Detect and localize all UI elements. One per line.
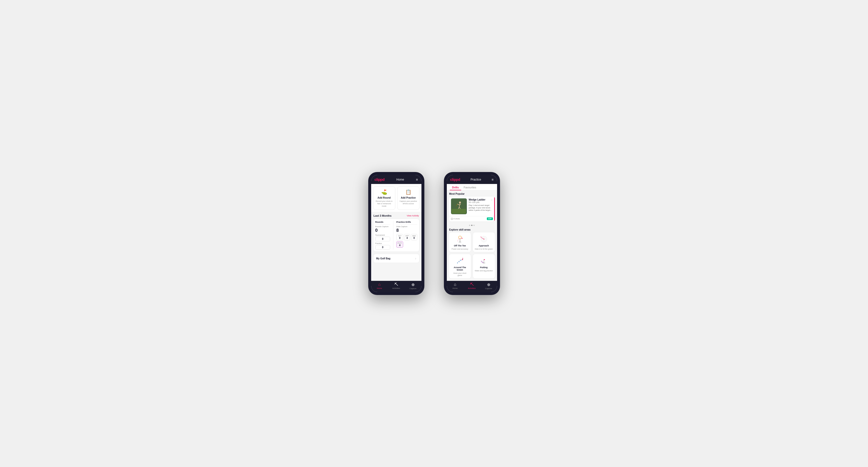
svg-point-12	[461, 238, 462, 239]
putting-icon-area	[478, 256, 489, 265]
add-practice-card[interactable]: 📋 Add Practice Capture your practice off…	[397, 186, 420, 210]
add-practice-subtitle: Capture your practice off-the-course	[400, 200, 417, 205]
activities-nav-label-2: Activities	[468, 287, 476, 289]
drill-shots: 9 shots	[451, 218, 460, 220]
svg-point-21	[459, 261, 459, 262]
practice-box: 0	[375, 245, 391, 250]
app-label: APP	[405, 235, 409, 237]
svg-point-2	[459, 201, 461, 204]
arg-label: ARG	[412, 235, 416, 237]
skill-card-around-the-green[interactable]: Around The Green Hone your short game	[449, 254, 471, 279]
add-round-subtitle: Record your shots in fast or enhanced mo…	[375, 200, 393, 207]
golfer-svg	[452, 199, 466, 214]
putting-desc: Make and lag practice	[475, 270, 493, 272]
activities-nav-icon-2: ⛏	[470, 282, 474, 287]
drill-description: Play 1 shot at each target yardage. If y…	[469, 204, 493, 211]
add-round-icon: ⛳	[381, 189, 387, 195]
most-popular-label: Most Popular	[447, 191, 497, 196]
activity-section-header: Last 3 Months View Activity	[371, 212, 422, 219]
app-header-home: clippd Home ≡	[371, 175, 422, 184]
arg-value: 0	[412, 237, 416, 239]
skill-card-approach[interactable]: Approach Dial-in to hit the green	[473, 232, 495, 252]
skill-grid: Off The Tee Power and accuracy	[447, 232, 497, 281]
app-header-practice: clippd Practice ≡	[447, 175, 497, 184]
add-round-title: Add Round	[377, 196, 391, 199]
drills-big-value: 8	[396, 228, 417, 233]
approach-icon-area	[478, 235, 489, 244]
around-green-icon-area	[455, 256, 465, 265]
circle-icon	[451, 218, 453, 220]
practice-menu-icon[interactable]: ≡	[492, 178, 493, 182]
bottom-nav-home: ⌂ Home ⛏ Activities ⊕ Capture	[371, 281, 422, 292]
approach-name: Approach	[478, 245, 489, 247]
skill-card-off-the-tee[interactable]: Off The Tee Power and accuracy	[449, 232, 471, 252]
svg-point-22	[460, 260, 461, 261]
drill-stats-grid: OTT 0 APP 4 ARG 0	[396, 234, 417, 248]
off-the-tee-icon-area	[455, 235, 465, 244]
putt-value: 4	[398, 244, 402, 247]
practice-content: Most Popular	[447, 191, 497, 281]
golf-bag-arrow: ›	[415, 256, 416, 260]
tab-drills[interactable]: Drills	[450, 184, 461, 190]
rounds-big-value: 0	[375, 228, 391, 233]
off-the-tee-icon	[455, 235, 465, 243]
drill-yardage: 50–100 yds	[469, 201, 486, 204]
favourite-star-icon[interactable]: ☆	[491, 198, 493, 201]
add-practice-title: Add Practice	[401, 196, 415, 199]
around-green-desc: Hone your short game	[451, 272, 469, 276]
last-3-months-title: Last 3 Months	[374, 214, 392, 217]
drills-title: Practice Drills	[396, 221, 417, 224]
home-nav-label-2: Home	[453, 287, 458, 289]
ott-box: OTT 0	[396, 234, 403, 240]
ott-label: OTT	[398, 235, 402, 237]
activities-nav-label: Activities	[393, 287, 400, 289]
menu-icon[interactable]: ≡	[416, 178, 418, 182]
nav-capture[interactable]: ⊕ Capture	[405, 282, 422, 290]
quick-actions-row: ⛳ Add Round Record your shots in fast or…	[371, 184, 422, 212]
drill-footer: 9 shots APP	[449, 216, 495, 222]
svg-point-18	[483, 238, 483, 239]
drill-card[interactable]: Wedge Ladder 50–100 yds ☆ Play 1 shot at…	[449, 196, 495, 222]
nav-home-2[interactable]: ⌂ Home	[447, 282, 464, 290]
capture-nav-label-2: Capture	[485, 287, 492, 290]
putting-name: Putting	[480, 266, 488, 269]
practice-label: Practice	[375, 242, 391, 245]
svg-point-19	[484, 239, 484, 239]
tournament-box: 0	[375, 237, 391, 241]
off-the-tee-name: Off The Tee	[454, 245, 466, 247]
practice-header-title: Practice	[470, 178, 481, 181]
skill-card-putting[interactable]: Putting Make and lag practice	[473, 254, 495, 279]
phone-practice: clippd Practice ≡ Drills Favourites Most…	[444, 172, 500, 295]
rounds-capture-label: Rounds Capture	[375, 225, 391, 228]
nav-activities-2[interactable]: ⛏ Activities	[463, 282, 480, 290]
rounds-title: Rounds	[375, 221, 391, 224]
practice-value: 0	[376, 246, 389, 249]
putt-label: PUTT	[398, 242, 402, 244]
rounds-col: Rounds Rounds Capture 0 Tournament 0 Pra…	[375, 221, 391, 250]
dot-3	[473, 225, 475, 226]
drills-col: Practice Drills Drills Capture 8 OTT 0 A…	[396, 221, 417, 250]
app-box: APP 4	[404, 234, 410, 240]
golf-bag-row[interactable]: My Golf Bag ›	[373, 254, 420, 263]
drill-info: Wedge Ladder 50–100 yds ☆ Play 1 shot at…	[469, 198, 493, 214]
add-round-card[interactable]: ⛳ Add Round Record your shots in fast or…	[373, 186, 395, 210]
arg-box: ARG 0	[411, 234, 417, 240]
home-nav-icon-2: ⌂	[454, 282, 456, 287]
nav-capture-2[interactable]: ⊕ Capture	[480, 282, 497, 290]
svg-rect-1	[452, 209, 466, 214]
tab-favourites[interactable]: Favourites	[461, 184, 478, 190]
drill-title: Wedge Ladder	[469, 198, 486, 201]
view-activity-link[interactable]: View Activity	[407, 215, 419, 217]
activities-nav-icon: ⛏	[394, 282, 398, 287]
tournament-value: 0	[376, 238, 389, 240]
add-practice-icon: 📋	[405, 189, 411, 195]
capture-nav-label: Capture	[409, 287, 416, 290]
nav-activities[interactable]: ⛏ Activities	[388, 282, 405, 290]
dots-indicator	[447, 224, 497, 227]
capture-nav-icon-2: ⊕	[487, 282, 490, 287]
around-green-icon	[455, 257, 465, 265]
header-title: Home	[396, 178, 404, 181]
tabs-row: Drills Favourites	[447, 184, 497, 191]
nav-home[interactable]: ⌂ Home	[371, 282, 388, 290]
explore-label: Explore skill areas	[447, 227, 497, 232]
